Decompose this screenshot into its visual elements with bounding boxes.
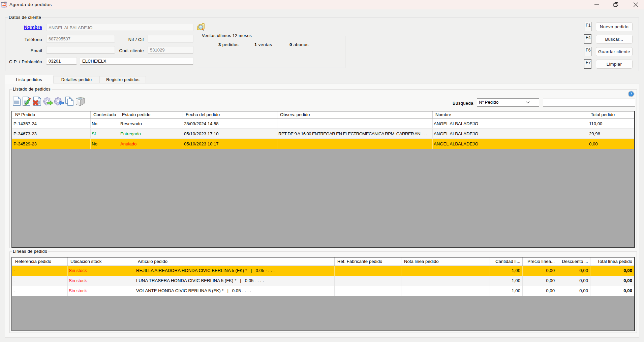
svg-text:?: ? [630, 92, 632, 96]
svg-text:12: 12 [2, 3, 6, 7]
